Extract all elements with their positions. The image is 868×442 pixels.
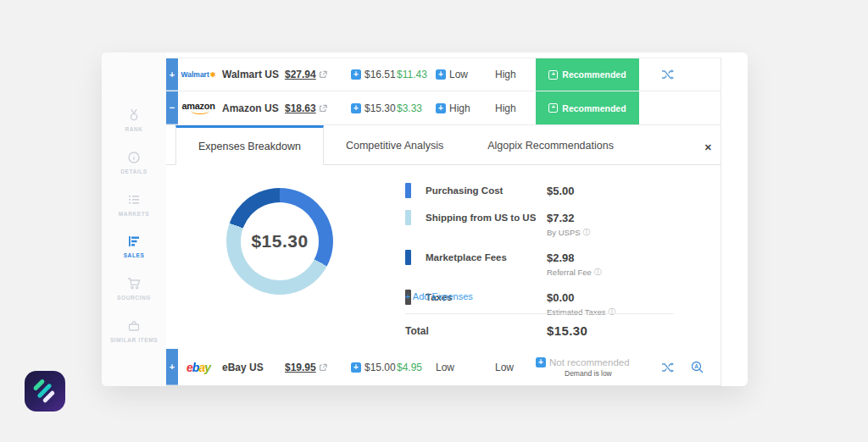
table-row-amazon: − amazon Amazon US $18.63 +$15.30 $3.33 … — [166, 91, 721, 125]
list-icon — [127, 193, 141, 207]
competition-level: High — [495, 69, 536, 80]
tab-algopix-recommendations[interactable]: Algopix Recommendations — [465, 125, 636, 165]
walmart-spark-icon: ✱ — [210, 71, 216, 79]
badge-plus-icon: + — [548, 103, 558, 113]
total-row: Total $15.30 — [405, 323, 674, 338]
cost-info-icon[interactable]: + — [351, 103, 361, 113]
recommendation-info-icon[interactable]: + — [536, 357, 546, 367]
legend-row-marketplace-fees: Marketplace Fees $2.98 Referral Feeⓘ — [405, 250, 721, 278]
tab-bar: Expenses Breakdown Competitive Analysis … — [166, 125, 721, 165]
shuffle-icon[interactable] — [661, 69, 675, 80]
cart-icon — [127, 277, 142, 290]
sidebar-label: SALES — [124, 251, 145, 260]
external-link-icon[interactable] — [319, 70, 327, 79]
sidebar-item-markets[interactable]: MARKETS — [107, 193, 161, 218]
expense-value: $7.32 — [547, 212, 575, 224]
total-divider — [405, 313, 674, 314]
expand-row-button[interactable]: + — [166, 349, 178, 385]
table-row-walmart: + Walmart✱ Walmart US $27.94 +$16.51 $11… — [166, 58, 721, 91]
total-value: $15.30 — [547, 323, 587, 338]
brand-logo — [25, 371, 65, 412]
amazon-logo: amazon — [178, 102, 219, 114]
add-expenses-link[interactable]: + Add Expenses — [405, 291, 473, 301]
sidebar-item-sourcing[interactable]: SOURCING — [107, 277, 161, 302]
legend-swatch-purchasing — [405, 183, 411, 198]
price-link[interactable]: $27.94 — [285, 69, 316, 80]
price-link[interactable]: $19.95 — [285, 362, 316, 373]
ebay-logo: ebay — [178, 361, 219, 374]
sidebar-item-sales[interactable]: SALES — [107, 235, 161, 260]
amazon-smile-icon — [191, 110, 209, 114]
total-cost: $15.00 — [364, 362, 396, 373]
legend-swatch-marketplace-fees — [405, 250, 411, 265]
demand-info-icon[interactable]: + — [436, 103, 446, 113]
cost-info-icon[interactable]: + — [351, 69, 361, 80]
legend-swatch-shipping — [405, 210, 411, 225]
external-link-icon[interactable] — [319, 363, 327, 372]
marketplace-name: Walmart US — [219, 69, 285, 80]
app-window: RANK DETAILS MARKETS — [102, 52, 748, 386]
sidebar-item-similar-items[interactable]: SIMILAR ITEMS — [107, 319, 161, 345]
profit-value: $4.95 — [397, 362, 436, 373]
sidebar-item-rank[interactable]: RANK — [107, 108, 161, 134]
competition-level: Low — [495, 362, 536, 373]
svg-text:A: A — [694, 363, 698, 369]
demand-info-icon[interactable]: + — [436, 69, 446, 80]
total-cost: $15.30 — [364, 102, 396, 114]
sidebar-label: RANK — [125, 125, 142, 134]
recommendation-badge: + Recommended — [536, 58, 639, 91]
info-icon[interactable]: ⓘ — [609, 307, 616, 318]
total-cost: $16.51 — [364, 69, 396, 80]
profit-value: $3.33 — [397, 102, 436, 114]
marketplace-name: Amazon US — [219, 102, 285, 114]
legend-row-purchasing: Purchasing Cost $5.00 — [405, 183, 721, 198]
shuffle-icon[interactable] — [661, 362, 675, 373]
bar-chart-icon — [127, 235, 141, 248]
legend-row-shipping: Shipping from US to US $7.32 By USPSⓘ — [405, 210, 721, 238]
box-icon — [127, 319, 141, 333]
walmart-logo: Walmart✱ — [178, 70, 219, 79]
sidebar-label: MARKETS — [119, 210, 149, 218]
competition-level: High — [495, 102, 536, 114]
sidebar-label: SOURCING — [117, 294, 151, 302]
expense-value: $5.00 — [547, 185, 575, 197]
sidebar-label: DETAILS — [120, 168, 147, 176]
marketplace-name: eBay US — [219, 362, 285, 373]
recommendation-note: Demand is low — [536, 369, 639, 378]
table-row-ebay: + ebay eBay US $19.95 +$15.00 $4.95 Low … — [166, 349, 721, 386]
marketplace-table: + Walmart✱ Walmart US $27.94 +$16.51 $11… — [166, 58, 721, 386]
recommendation-badge: + Recommended — [536, 91, 639, 124]
badge-plus-icon: + — [548, 70, 558, 80]
sidebar-label: SIMILAR ITEMS — [110, 336, 158, 345]
expand-row-button[interactable]: + — [166, 58, 178, 91]
recommendation-status: +Not recommended Demand is low — [536, 349, 639, 385]
tab-expenses-breakdown[interactable]: Expenses Breakdown — [175, 125, 324, 165]
demand-level: Low — [449, 69, 468, 80]
sidebar-item-details[interactable]: DETAILS — [107, 151, 161, 176]
external-link-icon[interactable] — [319, 104, 327, 113]
expense-value: $2.98 — [547, 251, 575, 264]
info-icon[interactable]: ⓘ — [594, 267, 602, 278]
details-panel: Expenses Breakdown Competitive Analysis … — [166, 125, 721, 349]
demand-level: High — [449, 102, 470, 114]
tab-competitive-analysis[interactable]: Competitive Analysis — [324, 125, 465, 165]
medal-icon — [127, 108, 141, 122]
demand-level: Low — [436, 362, 495, 373]
cost-info-icon[interactable]: + — [351, 362, 361, 373]
expenses-legend: Purchasing Cost $5.00 Shipping from US t… — [405, 183, 721, 329]
close-icon[interactable]: ✕ — [704, 142, 712, 153]
expense-value: $0.00 — [547, 291, 575, 304]
price-link[interactable]: $18.63 — [285, 102, 316, 114]
collapse-row-button[interactable]: − — [166, 91, 178, 124]
search-item-icon[interactable]: A — [691, 361, 704, 374]
info-icon — [127, 151, 141, 164]
profit-value: $11.43 — [397, 69, 436, 80]
donut-total-label: $15.30 — [226, 188, 333, 295]
info-icon[interactable]: ⓘ — [583, 227, 591, 238]
sidebar: RANK DETAILS MARKETS — [102, 52, 166, 386]
